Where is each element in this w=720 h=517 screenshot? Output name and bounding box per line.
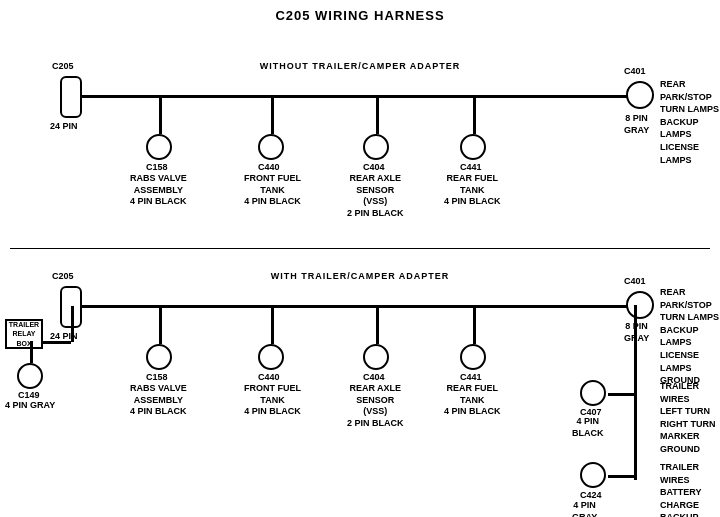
top-right-labels: REAR PARK/STOPTURN LAMPSBACKUP LAMPSLICE… (660, 78, 720, 166)
top-right-connector (626, 81, 654, 109)
c407-connector (580, 380, 606, 406)
bottom-c158-id: C158 (146, 372, 168, 384)
c149-connector (17, 363, 43, 389)
top-c440-id: C440 (258, 162, 280, 174)
top-c441-vline (473, 96, 476, 134)
top-c158-desc: RABS VALVEASSEMBLY4 PIN BLACK (130, 173, 187, 208)
bottom-left-id: C205 (52, 271, 74, 283)
top-right-sub: 8 PINGRAY (624, 113, 649, 136)
top-left-connector (60, 76, 82, 118)
bottom-c441-connector (460, 344, 486, 370)
c407-labels: TRAILER WIRESLEFT TURNRIGHT TURNMARKERGR… (660, 380, 720, 456)
top-c440-connector (258, 134, 284, 160)
top-c158-id: C158 (146, 162, 168, 174)
bottom-c440-id: C440 (258, 372, 280, 384)
top-c158-vline (159, 96, 162, 134)
bottom-section-label: WITH TRAILER/CAMPER ADAPTER (150, 271, 570, 283)
c407-hline (608, 393, 634, 396)
bottom-c158-connector (146, 344, 172, 370)
top-c158-connector (146, 134, 172, 160)
top-c440-desc: FRONT FUELTANK4 PIN BLACK (244, 173, 301, 208)
top-c404-desc: REAR AXLESENSOR(VSS)2 PIN BLACK (347, 173, 404, 220)
bottom-right-connector (626, 291, 654, 319)
bottom-c404-vline (376, 306, 379, 344)
bottom-relay-vline2 (30, 341, 33, 363)
top-c441-connector (460, 134, 486, 160)
bottom-c158-desc: RABS VALVEASSEMBLY4 PIN BLACK (130, 383, 187, 418)
bottom-c441-desc: REAR FUELTANK4 PIN BLACK (444, 383, 501, 418)
bottom-c440-vline (271, 306, 274, 344)
right-branch-vline (634, 305, 637, 480)
page-title: C205 WIRING HARNESS (0, 0, 720, 23)
bottom-c441-id: C441 (460, 372, 482, 384)
top-right-id: C401 (624, 66, 646, 78)
top-c404-connector (363, 134, 389, 160)
bottom-right-labels: REAR PARK/STOPTURN LAMPSBACKUP LAMPSLICE… (660, 286, 720, 387)
bottom-c404-desc: REAR AXLESENSOR(VSS)2 PIN BLACK (347, 383, 404, 430)
top-section-label: WITHOUT TRAILER/CAMPER ADAPTER (160, 61, 560, 73)
bottom-c158-vline (159, 306, 162, 344)
c424-connector (580, 462, 606, 488)
c424-hline (608, 475, 634, 478)
c424-desc: 4 PINGRAY (572, 500, 597, 517)
top-c440-vline (271, 96, 274, 134)
trailer-relay-box: TRAILERRELAYBOX (5, 319, 43, 349)
top-left-id: C205 (52, 61, 74, 73)
top-c404-vline (376, 96, 379, 134)
bottom-right-id: C401 (624, 276, 646, 288)
c424-labels: TRAILER WIRESBATTERY CHARGEBACKUPBRAKES (660, 461, 720, 517)
c407-desc: 4 PINBLACK (572, 416, 604, 439)
top-c441-id: C441 (460, 162, 482, 174)
top-c441-desc: REAR FUELTANK4 PIN BLACK (444, 173, 501, 208)
c149-desc: 4 PIN GRAY (5, 400, 55, 412)
divider (10, 248, 710, 249)
top-main-hline (80, 95, 635, 98)
bottom-c440-desc: FRONT FUELTANK4 PIN BLACK (244, 383, 301, 418)
top-c404-id: C404 (363, 162, 385, 174)
bottom-c440-connector (258, 344, 284, 370)
bottom-main-hline (80, 305, 635, 308)
bottom-c441-vline (473, 306, 476, 344)
bottom-c404-connector (363, 344, 389, 370)
trailer-relay-vline (71, 306, 74, 342)
bottom-c404-id: C404 (363, 372, 385, 384)
top-left-sub: 24 PIN (50, 121, 78, 133)
diagram-container: WITHOUT TRAILER/CAMPER ADAPTER C205 24 P… (0, 23, 720, 517)
